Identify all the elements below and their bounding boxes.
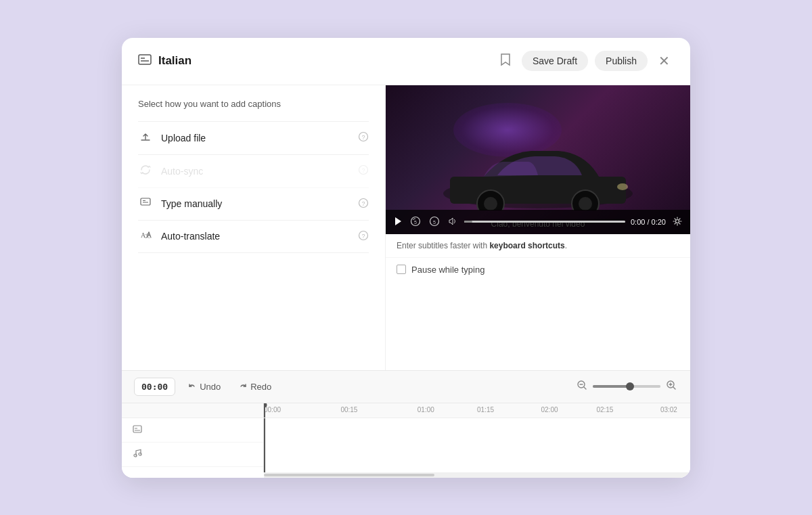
right-panel: Ciao, benvenuto nel video 5 [386,85,690,370]
svg-rect-7 [141,198,150,205]
playhead [264,403,265,418]
main-content: Select how you want to add captions Uplo… [122,85,690,370]
ruler-mark-3: 01:15 [477,406,494,413]
zoom-thumb [626,382,634,390]
zoom-fill [593,385,630,388]
zoom-out-button[interactable] [575,378,589,395]
auto-translate-option[interactable]: A 文 Auto-translate ? [138,221,369,253]
ruler-mark-4: 02:00 [541,406,558,413]
bottom-toolbar: 00:00 Undo Redo [122,370,690,403]
redo-button[interactable]: Redo [233,378,277,395]
upload-file-label: Upload file [161,133,350,143]
play-button[interactable] [392,215,403,229]
type-manually-icon [138,198,153,210]
video-time-display: 0:00 / 0:20 [631,218,666,226]
modal-container: Italian Save Draft Publish ✕ Select how … [122,38,690,478]
playhead-track-line [264,418,265,472]
forward-button[interactable]: 5 [428,215,441,229]
svg-point-30 [676,219,679,223]
music-track-icon [133,449,142,460]
ruler-mark-2: 01:00 [418,406,434,413]
svg-line-33 [584,387,586,389]
pause-while-typing-checkbox[interactable] [397,265,406,274]
save-draft-button[interactable]: Save Draft [522,51,588,71]
page-title: Italian [158,54,489,68]
header-actions: Save Draft Publish ✕ [496,50,674,72]
bookmark-button[interactable] [496,50,515,72]
publish-button[interactable]: Publish [595,51,648,71]
music-track-label [122,443,263,467]
video-controls: 5 5 [386,210,690,234]
video-progress-bar[interactable] [464,221,625,223]
svg-text:5: 5 [414,220,417,225]
current-time-badge: 00:00 [134,378,175,396]
upload-help-icon[interactable]: ? [358,131,369,144]
svg-point-24 [579,197,592,210]
upload-file-option[interactable]: Upload file ? [138,121,369,155]
keyboard-shortcuts-link[interactable]: keyboard shortcuts [489,241,564,250]
svg-text:?: ? [361,233,365,240]
pause-while-typing-label: Pause while typing [411,265,484,275]
pause-while-typing-row: Pause while typing [386,258,690,282]
svg-rect-0 [139,55,151,64]
type-manually-label: Type manually [161,198,350,209]
subtitles-hint: Enter subtitles faster with keyboard sho… [386,234,690,258]
timeline-tracks [122,418,690,472]
captions-track-label [122,418,263,443]
timeline-scrollbar[interactable] [264,472,690,478]
undo-button[interactable]: Undo [182,378,226,395]
upload-icon [138,131,153,145]
svg-text:?: ? [361,167,365,174]
type-manually-option[interactable]: Type manually ? [138,188,369,221]
rewind-button[interactable]: 5 [409,215,422,229]
zoom-controls [575,378,678,395]
svg-point-22 [484,197,497,210]
svg-point-25 [617,183,628,190]
auto-sync-option: Auto-sync ? [138,155,369,188]
svg-text:?: ? [361,200,365,207]
timeline-area: 00:00 00:15 01:00 01:15 02:00 02:15 03:0… [122,403,690,478]
close-button[interactable]: ✕ [654,53,674,69]
track-labels [122,418,264,472]
ruler-mark-1: 00:15 [340,406,357,413]
car-silhouette [430,136,646,210]
svg-rect-20 [450,177,626,204]
modal-header: Italian Save Draft Publish ✕ [122,38,690,85]
scrollbar-thumb [264,474,434,476]
svg-text:?: ? [361,134,365,141]
ruler-mark-6: 03:02 [660,406,677,413]
auto-sync-help-icon: ? [358,164,369,177]
video-container: Ciao, benvenuto nel video 5 [386,85,690,234]
timeline-gutter [122,403,264,418]
timeline-ruler: 00:00 00:15 01:00 01:15 02:00 02:15 03:0… [122,403,690,418]
svg-rect-38 [133,426,141,432]
left-panel: Select how you want to add captions Uplo… [122,85,386,370]
video-settings-button[interactable] [671,215,683,229]
auto-sync-icon [138,164,153,178]
captions-track-icon [133,424,142,435]
track-area [264,418,690,472]
svg-text:5: 5 [433,220,436,225]
progress-track [464,221,625,223]
ruler-mark-5: 02:15 [596,406,613,413]
zoom-slider[interactable] [593,385,660,388]
captions-icon [138,54,152,68]
auto-translate-icon: A 文 [138,230,153,242]
svg-line-37 [673,387,675,389]
auto-translate-label: Auto-translate [161,231,350,242]
type-manually-help-icon[interactable]: ? [358,198,369,210]
select-caption-label: Select how you want to add captions [138,99,369,109]
caption-options: Upload file ? [138,121,369,253]
ruler-mark-0: 00:00 [264,406,281,413]
zoom-in-button[interactable] [664,378,678,395]
auto-sync-label: Auto-sync [161,166,350,177]
progress-fill [464,221,472,223]
volume-button[interactable] [447,216,459,228]
timeline-ruler-marks: 00:00 00:15 01:00 01:15 02:00 02:15 03:0… [264,403,690,418]
auto-translate-help-icon[interactable]: ? [358,230,369,243]
